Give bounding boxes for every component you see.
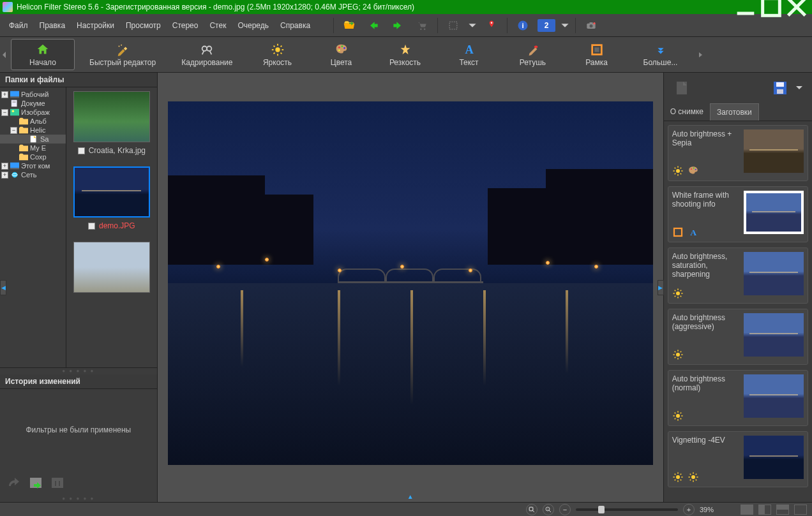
save-button[interactable] <box>771 79 789 97</box>
history-delete-icon[interactable] <box>50 476 65 490</box>
tree-sa[interactable]: Sa <box>0 135 66 144</box>
tree-mye[interactable]: My E <box>0 144 66 152</box>
forward-button[interactable] <box>388 17 407 34</box>
zoom-slider[interactable] <box>576 508 678 511</box>
svg-rect-35 <box>10 91 19 97</box>
presets-list[interactable]: Auto brightness + Sepia White frame with… <box>664 121 812 502</box>
history-empty-text: Фильтры не были применены <box>0 389 157 470</box>
thumbnail-strip[interactable]: Croatia, Krka.jpg demo.JPG <box>66 87 157 367</box>
right-collapse-handle[interactable]: ▶ <box>658 280 664 295</box>
preset-item[interactable]: Auto brightness (normal) <box>668 370 808 426</box>
menu-file[interactable]: Файл <box>4 18 33 33</box>
tool-crop[interactable]: Кадрирование <box>169 37 245 72</box>
menu-settings[interactable]: Настройки <box>71 18 119 33</box>
history-save-icon[interactable] <box>28 476 43 490</box>
zoom-out-button[interactable]: − <box>559 504 571 515</box>
tab-about[interactable]: О снимке <box>664 103 710 121</box>
camera-button[interactable] <box>582 17 601 34</box>
tab-presets[interactable]: Заготовки <box>710 103 759 121</box>
svg-line-92 <box>674 413 675 414</box>
menu-edit[interactable]: Правка <box>34 18 71 33</box>
pin-button[interactable] <box>482 17 501 34</box>
ribbon-scroll-left[interactable] <box>0 37 9 72</box>
preset-thumbnail <box>744 191 804 234</box>
tool-sharpness[interactable]: Резкость <box>373 37 437 72</box>
preset-item[interactable]: White frame with shooting info A <box>668 186 808 242</box>
thumb-extra[interactable] <box>70 242 153 293</box>
view-mode-4[interactable] <box>794 505 807 515</box>
stereo-count-button[interactable]: 2 <box>538 19 555 32</box>
view-mode-1[interactable] <box>741 505 753 515</box>
right-tabs: О снимке Заготовки <box>664 103 812 121</box>
menu-stack[interactable]: Стек <box>204 18 231 33</box>
view-mode-2[interactable] <box>758 505 771 515</box>
svg-rect-40 <box>10 109 19 116</box>
menu-view[interactable]: Просмотр <box>121 18 166 33</box>
zoom-value: 39% <box>700 506 723 513</box>
svg-line-112 <box>689 480 691 481</box>
minimize-button[interactable] <box>733 0 758 14</box>
preset-item[interactable]: Vignetting -4EV <box>668 431 808 487</box>
svg-line-85 <box>674 357 675 358</box>
preset-item[interactable]: Auto brightness + Sepia <box>668 125 808 181</box>
view-mode-3[interactable] <box>776 505 789 515</box>
info-button[interactable]: i <box>513 17 532 34</box>
tool-text[interactable]: AТекст <box>437 37 501 72</box>
ribbon-scroll-right[interactable] <box>693 37 709 72</box>
svg-line-74 <box>674 290 675 291</box>
tool-start[interactable]: Начало <box>11 39 75 70</box>
open-folder-button[interactable] <box>340 17 359 34</box>
main-image[interactable] <box>168 101 653 465</box>
splitter-handle-upper[interactable]: ● ● ● ● ● <box>0 368 157 374</box>
save-dropdown[interactable] <box>795 84 803 92</box>
menu-queue[interactable]: Очередь <box>232 18 274 33</box>
svg-line-95 <box>680 413 681 414</box>
cart-button[interactable] <box>412 17 432 34</box>
thumb-demo[interactable]: demo.JPG <box>70 166 153 234</box>
tool-frame[interactable]: Рамка <box>565 37 629 72</box>
zoom-100-button[interactable]: 1 <box>543 504 554 515</box>
selection-dropdown[interactable] <box>468 17 477 34</box>
preset-name: White frame with shooting info <box>672 191 739 209</box>
svg-point-32 <box>534 45 538 48</box>
tree-images[interactable]: −Изображ <box>0 108 66 117</box>
menu-help[interactable]: Справка <box>275 18 315 33</box>
close-button[interactable] <box>784 0 809 14</box>
stereo-dropdown[interactable] <box>560 17 569 34</box>
selection-button[interactable] <box>444 17 463 34</box>
tool-colors[interactable]: Цвета <box>310 37 373 72</box>
zoom-fit-button[interactable] <box>526 504 538 515</box>
tree-documents[interactable]: Докуме <box>0 99 66 108</box>
tool-brightness[interactable]: Яркость <box>246 37 310 72</box>
tool-more[interactable]: Больше... <box>629 37 693 72</box>
tool-retouch[interactable]: Ретушь <box>501 37 565 72</box>
svg-line-61 <box>680 173 681 175</box>
preset-item[interactable]: Auto brightness (aggressive) <box>668 309 808 365</box>
maximize-button[interactable] <box>758 0 784 14</box>
history-toolbar <box>0 470 157 496</box>
preset-item[interactable]: Auto brightness, saturation, sharpening <box>668 247 808 304</box>
svg-rect-44 <box>10 168 19 170</box>
left-panel: ◀ Папки и файлы +Рабочий Докуме −Изображ… <box>0 73 158 502</box>
back-button[interactable] <box>364 17 383 34</box>
tree-network[interactable]: +Сеть <box>0 170 66 179</box>
history-undo-icon[interactable] <box>6 476 22 490</box>
splitter-handle-lower[interactable]: ● ● ● ● ● <box>0 496 157 502</box>
tool-quick-editor[interactable]: Быстрый редактор <box>77 37 169 72</box>
tree-helicon[interactable]: −Helic <box>0 126 66 135</box>
folder-tree[interactable]: +Рабочий Докуме −Изображ Альб −Helic Sa … <box>0 87 66 367</box>
tree-this-computer[interactable]: +Этот ком <box>0 161 66 170</box>
thumb-croatia[interactable]: Croatia, Krka.jpg <box>70 91 153 159</box>
left-collapse-handle[interactable]: ◀ <box>0 280 6 295</box>
zoom-in-button[interactable]: + <box>683 504 695 515</box>
menu-stereo[interactable]: Стерео <box>167 18 204 33</box>
tree-albums[interactable]: Альб <box>0 117 66 126</box>
thumb-checkbox[interactable] <box>88 223 95 230</box>
preset-icons <box>672 471 739 483</box>
canvas-collapse-handle[interactable]: ▲ <box>158 493 663 502</box>
tree-desktop[interactable]: +Рабочий <box>0 90 66 99</box>
thumb-checkbox[interactable] <box>78 147 85 154</box>
svg-rect-54 <box>777 89 783 94</box>
document-icon[interactable] <box>673 79 691 97</box>
tree-coxp[interactable]: Coxp <box>0 152 66 161</box>
